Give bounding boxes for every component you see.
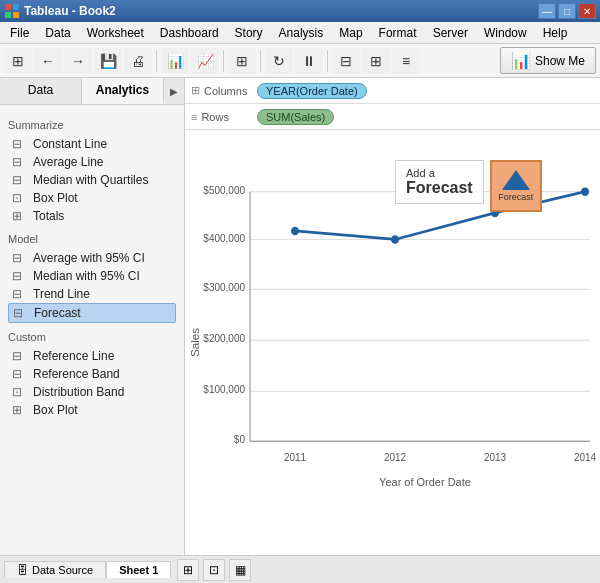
toolbar-back-icon[interactable]: ← [34,48,62,74]
constant-line-icon: ⊟ [12,137,28,151]
minimize-button[interactable]: — [538,3,556,19]
svg-rect-2 [5,12,11,18]
menu-data[interactable]: Data [37,24,78,42]
rows-label: ≡ Rows [191,111,251,123]
app-icon [4,3,20,19]
status-icons: ⊞ ⊡ ▦ [177,559,251,581]
menu-window[interactable]: Window [476,24,535,42]
menu-story[interactable]: Story [227,24,271,42]
toolbar-pause-icon[interactable]: ⏸ [295,48,323,74]
average-line-icon: ⊟ [12,155,28,169]
data-source-tab[interactable]: 🗄 Data Source [4,561,106,578]
trend-line-icon: ⊟ [12,287,28,301]
item-median-95ci-label: Median with 95% CI [33,269,140,283]
item-avg-95ci[interactable]: ⊟ Average with 95% CI [8,249,176,267]
analytics-tab[interactable]: Analytics [82,78,164,104]
menu-worksheet[interactable]: Worksheet [79,24,152,42]
svg-text:$300,000: $300,000 [203,282,245,293]
avg-95ci-icon: ⊟ [12,251,28,265]
box-plot-summarize-icon: ⊡ [12,191,28,205]
forecast-item-icon: ⊟ [13,306,29,320]
item-reference-line[interactable]: ⊟ Reference Line [8,347,176,365]
item-totals[interactable]: ⊞ Totals [8,207,176,225]
distribution-band-icon: ⊡ [12,385,28,399]
rows-shelf: ≡ Rows SUM(Sales) [185,104,600,130]
toolbar-chart1-icon[interactable]: 📊 [161,48,189,74]
item-box-plot-summarize-label: Box Plot [33,191,78,205]
maximize-button[interactable]: □ [558,3,576,19]
svg-text:$200,000: $200,000 [203,333,245,344]
forecast-drag-icon[interactable]: Forecast [490,160,542,212]
item-box-plot-custom[interactable]: ⊞ Box Plot [8,401,176,419]
svg-text:$500,000: $500,000 [203,184,245,195]
menu-file[interactable]: File [2,24,37,42]
svg-rect-1 [13,4,19,10]
median-95ci-icon: ⊟ [12,269,28,283]
item-average-line-label: Average Line [33,155,104,169]
item-average-line[interactable]: ⊟ Average Line [8,153,176,171]
toolbar-columns-icon[interactable]: ⊞ [362,48,390,74]
median-quartiles-icon: ⊟ [12,173,28,187]
item-constant-line[interactable]: ⊟ Constant Line [8,135,176,153]
menu-server[interactable]: Server [425,24,476,42]
toolbar-group-icon[interactable]: ⊞ [228,48,256,74]
sheet1-tab[interactable]: Sheet 1 [106,561,171,578]
menu-bar: File Data Worksheet Dashboard Story Anal… [0,22,600,44]
item-distribution-band-label: Distribution Band [33,385,124,399]
item-box-plot-summarize[interactable]: ⊡ Box Plot [8,189,176,207]
rows-pill[interactable]: SUM(Sales) [257,109,334,125]
show-me-button[interactable]: 📊 Show Me [500,47,596,74]
columns-label: ⊞ Columns [191,84,251,97]
toolbar: ⊞ ← → 💾 🖨 📊 📈 ⊞ ↻ ⏸ ⊟ ⊞ ≡ 📊 Show Me [0,44,600,78]
columns-pill[interactable]: YEAR(Order Date) [257,83,367,99]
toolbar-save-icon[interactable]: 💾 [94,48,122,74]
svg-text:2012: 2012 [384,452,406,463]
menu-map[interactable]: Map [331,24,370,42]
data-tab[interactable]: Data [0,78,82,104]
toolbar-separator-2 [223,50,224,72]
menu-dashboard[interactable]: Dashboard [152,24,227,42]
item-median-quartiles[interactable]: ⊟ Median with Quartiles [8,171,176,189]
item-trend-line[interactable]: ⊟ Trend Line [8,285,176,303]
item-reference-band[interactable]: ⊟ Reference Band [8,365,176,383]
box-plot-custom-icon: ⊞ [12,403,28,417]
item-median-95ci[interactable]: ⊟ Median with 95% CI [8,267,176,285]
toolbar-refresh-icon[interactable]: ↻ [265,48,293,74]
item-forecast[interactable]: ⊟ Forecast [8,303,176,323]
window-title: Tableau - Book2 [24,4,538,18]
svg-text:$400,000: $400,000 [203,232,245,243]
toolbar-chart2-icon[interactable]: 📈 [191,48,219,74]
duplicate-sheet-icon[interactable]: ⊡ [203,559,225,581]
toolbar-grid-icon[interactable]: ⊞ [4,48,32,74]
drag-small-text: Add a [406,167,473,179]
window-controls[interactable]: — □ ✕ [538,3,596,19]
view-icon[interactable]: ▦ [229,559,251,581]
drag-text-box: Add a Forecast [395,160,484,204]
new-sheet-icon[interactable]: ⊞ [177,559,199,581]
forecast-triangle-icon [502,170,530,190]
drag-tooltip: Add a Forecast Forecast [395,160,542,212]
viz-container: Add a Forecast Forecast Sales $500,000 $… [185,130,600,555]
toolbar-print-icon[interactable]: 🖨 [124,48,152,74]
close-button[interactable]: ✕ [578,3,596,19]
item-constant-line-label: Constant Line [33,137,107,151]
data-point-2011 [291,227,299,236]
toolbar-rows-icon[interactable]: ≡ [392,48,420,74]
left-panel: Data Analytics ▶ Summarize ⊟ Constant Li… [0,78,185,555]
menu-help[interactable]: Help [535,24,576,42]
columns-shelf: ⊞ Columns YEAR(Order Date) [185,78,600,104]
panel-arrow[interactable]: ▶ [164,78,184,104]
toolbar-separator-4 [327,50,328,72]
analytics-panel: Summarize ⊟ Constant Line ⊟ Average Line… [0,105,184,555]
menu-format[interactable]: Format [371,24,425,42]
toolbar-table-icon[interactable]: ⊟ [332,48,360,74]
x-axis-label: Year of Order Date [379,476,471,488]
custom-section-title: Custom [8,331,176,343]
toolbar-forward-icon[interactable]: → [64,48,92,74]
item-distribution-band[interactable]: ⊡ Distribution Band [8,383,176,401]
reference-band-icon: ⊟ [12,367,28,381]
toolbar-separator-3 [260,50,261,72]
columns-grid-icon: ⊞ [191,84,200,97]
menu-analysis[interactable]: Analysis [271,24,332,42]
main-content: Data Analytics ▶ Summarize ⊟ Constant Li… [0,78,600,555]
